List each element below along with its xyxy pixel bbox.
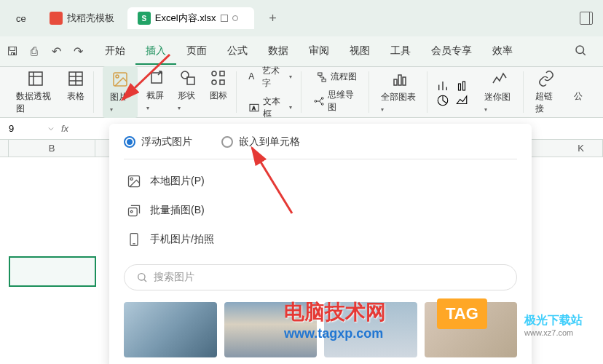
hyperlink-button[interactable]: 超链接 bbox=[532, 67, 561, 118]
ribbon: 数据透视图 表格 图片 ▾ 截屏 ▾ bbox=[0, 67, 603, 118]
shapes-label: 形状 ▾ bbox=[178, 90, 198, 112]
mindmap-icon bbox=[313, 95, 325, 107]
sparkline-button[interactable]: 迷你图 ▾ bbox=[481, 68, 516, 116]
picture-icon bbox=[111, 71, 129, 88]
menu-formula[interactable]: 公式 bbox=[217, 39, 258, 65]
mindmap-label: 思维导图 bbox=[328, 89, 360, 114]
column-chart-icon[interactable] bbox=[455, 79, 467, 91]
tab-templates[interactable]: 找稻壳模板 bbox=[39, 7, 125, 29]
image-icon bbox=[127, 174, 141, 189]
ribbon-group-text: A 艺术字 ▾ A 文本框 ▾ bbox=[240, 71, 302, 113]
embed-label: 嵌入到单元格 bbox=[239, 135, 300, 149]
menu-efficiency[interactable]: 效率 bbox=[482, 39, 523, 65]
pie-chart-icon[interactable] bbox=[436, 94, 448, 106]
close-dot[interactable] bbox=[232, 15, 238, 21]
search-icon[interactable] bbox=[564, 44, 597, 60]
hyperlink-label: 超链接 bbox=[535, 90, 558, 115]
undo-icon[interactable]: ↶ bbox=[50, 45, 63, 58]
menu-page[interactable]: 页面 bbox=[176, 39, 217, 65]
phone-label: 手机图片/拍照 bbox=[150, 233, 214, 246]
insert-mode-radios: 浮动式图片 嵌入到单元格 bbox=[124, 135, 517, 159]
svg-rect-15 bbox=[220, 71, 224, 76]
thumbnail-2[interactable] bbox=[224, 302, 318, 357]
window-icon[interactable] bbox=[221, 15, 228, 22]
select-all-corner[interactable] bbox=[0, 140, 9, 157]
save-icon[interactable]: 🖫 bbox=[6, 45, 19, 58]
floating-image-option[interactable]: 浮动式图片 bbox=[124, 135, 192, 149]
screenshot-label: 截屏 ▾ bbox=[146, 90, 167, 112]
image-search-input[interactable]: 搜索图片 bbox=[124, 264, 517, 290]
pivot-table-button[interactable]: 数据透视图 bbox=[13, 67, 58, 118]
shapes-button[interactable]: 形状 ▾ bbox=[175, 66, 201, 118]
thumbnail-3[interactable] bbox=[324, 302, 417, 357]
table-button[interactable]: 表格 bbox=[64, 67, 87, 118]
ribbon-group-charts: 全部图表 ▾ bbox=[372, 71, 428, 113]
thumbnail-4[interactable] bbox=[425, 302, 518, 357]
svg-rect-20 bbox=[318, 73, 322, 75]
flowchart-button[interactable]: 流程图 bbox=[313, 69, 360, 84]
cell-name-box[interactable]: 9 bbox=[3, 123, 47, 134]
svg-point-32 bbox=[130, 178, 133, 180]
ribbon-group-media: 图片 ▾ 截屏 ▾ 形状 ▾ 图标 bbox=[97, 71, 237, 113]
mindmap-button[interactable]: 思维导图 bbox=[310, 87, 363, 115]
tab-partial-left[interactable]: ce bbox=[6, 9, 36, 28]
picture-label: 图片 ▾ bbox=[110, 91, 130, 114]
fx-label[interactable]: fx bbox=[55, 123, 74, 134]
col-header-k[interactable]: K bbox=[559, 140, 603, 157]
quick-access-toolbar: 🖫 ⎙ ↶ ↷ bbox=[6, 45, 95, 58]
search-placeholder: 搜索图片 bbox=[154, 271, 194, 284]
svg-rect-27 bbox=[403, 77, 406, 85]
sparkline-label: 迷你图 ▾ bbox=[484, 91, 513, 114]
embed-cell-option[interactable]: 嵌入到单元格 bbox=[221, 135, 300, 149]
col-header-b[interactable]: B bbox=[9, 140, 95, 157]
search-icon bbox=[136, 272, 148, 283]
menu-tools[interactable]: 工具 bbox=[380, 39, 421, 65]
tab-active-file[interactable]: S Excel内容.xlsx bbox=[127, 7, 254, 29]
svg-rect-26 bbox=[398, 75, 401, 85]
layout-icon[interactable] bbox=[580, 12, 593, 25]
textbox-label: 文本框 bbox=[263, 95, 286, 120]
print-icon[interactable]: ⎙ bbox=[28, 45, 41, 58]
thumbnail-1[interactable] bbox=[124, 302, 217, 357]
area-chart-icon[interactable] bbox=[455, 94, 467, 106]
menu-data[interactable]: 数据 bbox=[258, 39, 299, 65]
ribbon-group-sparkline: 迷你图 ▾ bbox=[476, 71, 523, 113]
icons-icon bbox=[210, 69, 227, 87]
wordart-button[interactable]: A 艺术字 ▾ bbox=[245, 63, 295, 91]
ribbon-group-diagrams: 流程图 思维导图 bbox=[304, 71, 369, 113]
all-charts-button[interactable]: 全部图表 ▾ bbox=[378, 68, 422, 116]
shapes-icon bbox=[179, 69, 197, 87]
icons-label: 图标 bbox=[210, 90, 227, 102]
svg-point-16 bbox=[212, 80, 216, 84]
svg-rect-11 bbox=[151, 73, 162, 83]
menu-member[interactable]: 会员专享 bbox=[421, 39, 482, 65]
selected-cell[interactable] bbox=[9, 256, 96, 287]
svg-point-0 bbox=[576, 46, 584, 54]
tab-label: ce bbox=[16, 13, 26, 24]
wordart-icon: A bbox=[248, 71, 259, 83]
batch-insert-item[interactable]: 批量插图(B) bbox=[124, 196, 517, 225]
menu-view[interactable]: 视图 bbox=[339, 39, 380, 65]
partial-button[interactable]: 公 bbox=[567, 67, 590, 118]
local-image-item[interactable]: 本地图片(P) bbox=[124, 167, 517, 196]
pivot-icon bbox=[27, 70, 44, 87]
batch-label: 批量插图(B) bbox=[150, 204, 205, 217]
redo-icon[interactable]: ↷ bbox=[71, 45, 84, 58]
chevron-down-icon[interactable] bbox=[47, 124, 55, 133]
picture-button[interactable]: 图片 ▾ bbox=[103, 66, 138, 118]
chevron-down-icon: ▾ bbox=[289, 104, 292, 111]
svg-text:A: A bbox=[253, 105, 256, 110]
menu-insert[interactable]: 插入 bbox=[135, 39, 176, 65]
phone-image-item[interactable]: 手机图片/拍照 bbox=[124, 225, 517, 254]
svg-point-14 bbox=[212, 71, 216, 76]
textbox-icon: A bbox=[248, 102, 260, 114]
svg-rect-21 bbox=[322, 79, 326, 81]
textbox-button[interactable]: A 文本框 ▾ bbox=[245, 94, 295, 122]
screenshot-button[interactable]: 截屏 ▾ bbox=[143, 66, 170, 118]
icons-button[interactable]: 图标 bbox=[207, 66, 230, 118]
add-tab-button[interactable]: + bbox=[264, 9, 282, 27]
menu-start[interactable]: 开始 bbox=[95, 39, 135, 65]
menu-review[interactable]: 审阅 bbox=[299, 39, 339, 65]
bar-chart-icon[interactable] bbox=[436, 79, 448, 91]
svg-rect-13 bbox=[187, 77, 194, 84]
